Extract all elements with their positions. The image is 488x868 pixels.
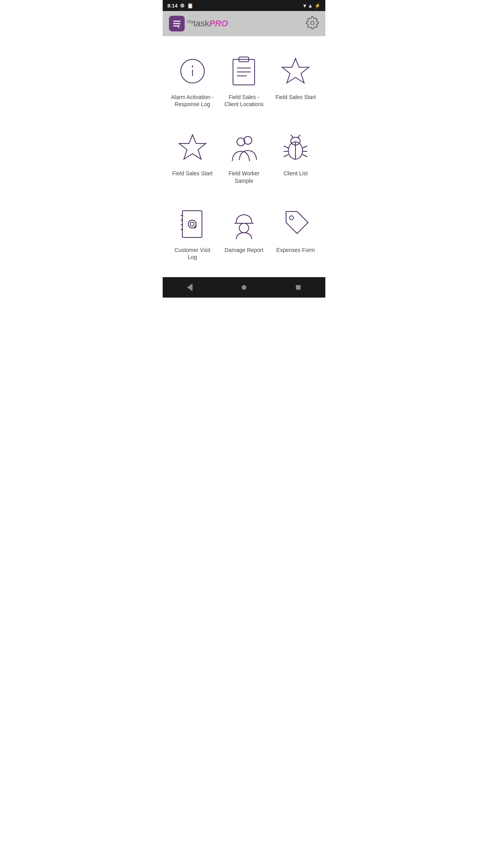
field-sales-start-2-label: Field Sales Start (172, 170, 213, 177)
svg-point-3 (192, 66, 193, 67)
bottom-nav (163, 277, 325, 298)
status-bar-right: ▾ ▲ ⚡ (303, 3, 321, 9)
svg-point-32 (239, 223, 249, 233)
expenses-form-label: Expenses Form (276, 246, 315, 254)
field-worker-sample-label: Field Worker Sample (221, 170, 266, 184)
grid-item-expenses-form[interactable]: Expenses Form (270, 197, 321, 273)
star-outline-icon (278, 53, 313, 89)
battery-icon: ⚡ (314, 3, 321, 9)
svg-marker-9 (282, 59, 309, 83)
clipboard-icon (226, 53, 262, 89)
svg-point-29 (188, 220, 196, 228)
grid-item-field-sales-start-1[interactable]: Field Sales Start (270, 44, 321, 120)
gear-button[interactable] (306, 16, 319, 31)
status-bar-left: 8:14 ⚙ 📋 (167, 3, 193, 9)
grid-item-client-list[interactable]: Client List (270, 120, 321, 197)
address-book-icon (175, 206, 210, 242)
clipboard-status-icon: 📋 (187, 3, 193, 9)
damage-report-label: Damage Report (225, 246, 264, 254)
main-content: Alarm Activation - Response Log Field Sa… (163, 36, 325, 277)
svg-marker-10 (179, 135, 206, 159)
status-bar: 8:14 ⚙ 📋 ▾ ▲ ⚡ (163, 0, 325, 11)
worker-icon (226, 206, 262, 242)
time-display: 8:14 (167, 3, 178, 9)
client-list-label: Client List (284, 170, 308, 177)
app-grid: Alarm Activation - Response Log Field Sa… (167, 44, 321, 273)
grid-item-field-sales-start-2[interactable]: Field Sales Start (167, 120, 218, 197)
wifi-icon: ▾ (303, 3, 306, 9)
home-button[interactable] (236, 280, 252, 295)
logo-pro: PRO (209, 18, 228, 28)
grid-item-field-sales-client[interactable]: Field Sales - Client Locations (218, 44, 270, 120)
field-sales-start-1-label: Field Sales Start (275, 94, 316, 101)
svg-line-20 (303, 146, 307, 148)
grid-item-alarm-activation[interactable]: Alarm Activation - Response Log (167, 44, 218, 120)
logo-icon (169, 16, 185, 31)
svg-point-11 (244, 136, 252, 144)
bug-icon (278, 130, 313, 165)
grid-item-field-worker-sample[interactable]: Field Worker Sample (218, 120, 270, 197)
field-sales-client-label: Field Sales - Client Locations (221, 94, 266, 108)
svg-line-16 (298, 135, 300, 138)
logo-container: mytaskPRO (169, 16, 228, 31)
back-button[interactable] (182, 280, 198, 295)
signal-icon: ▲ (308, 3, 313, 9)
info-circle-icon (175, 53, 210, 89)
grid-item-customer-visit-log[interactable]: Customer Visit Log (167, 197, 218, 273)
svg-line-15 (291, 135, 293, 138)
svg-line-17 (284, 146, 288, 148)
star-outline-2-icon (175, 130, 210, 165)
recent-button[interactable] (290, 280, 306, 295)
svg-line-22 (303, 154, 307, 157)
svg-point-30 (190, 222, 194, 226)
app-header: mytaskPRO (163, 11, 325, 36)
logo-my: my (187, 19, 193, 24)
alarm-activation-label: Alarm Activation - Response Log (170, 94, 215, 108)
grid-item-damage-report[interactable]: Damage Report (218, 197, 270, 273)
svg-line-19 (284, 154, 288, 157)
svg-point-0 (311, 21, 314, 25)
svg-point-12 (237, 138, 245, 146)
customer-visit-log-label: Customer Visit Log (170, 246, 215, 261)
logo-text: mytaskPRO (187, 18, 228, 29)
tag-icon (278, 206, 313, 242)
settings-status-icon: ⚙ (180, 3, 185, 9)
svg-rect-24 (182, 211, 202, 237)
people-icon (226, 130, 262, 165)
logo-task: task (193, 18, 209, 28)
svg-point-33 (290, 216, 294, 220)
